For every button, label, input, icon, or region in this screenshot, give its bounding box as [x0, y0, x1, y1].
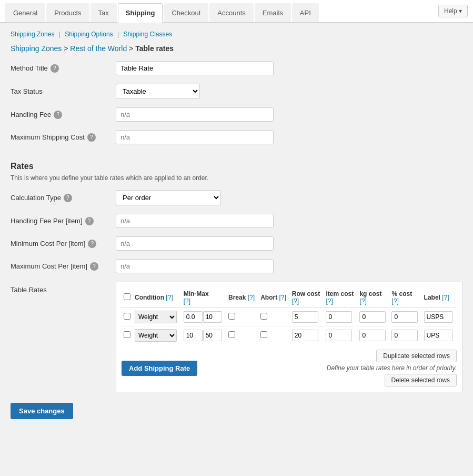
max-shipping-cost-input[interactable]: [116, 130, 274, 144]
rates-description: This is where you define your table rate…: [11, 174, 462, 182]
page-content: Shipping Zones | Shipping Options | Ship…: [0, 23, 473, 427]
select-all-checkbox[interactable]: [124, 293, 130, 300]
row-1-abort[interactable]: [260, 313, 267, 320]
row-2-condition[interactable]: Weight Price Item count: [135, 329, 177, 342]
row-2-item-cost[interactable]: [326, 330, 352, 341]
save-changes-button[interactable]: Save changes: [11, 403, 73, 419]
minmax-help[interactable]: [?]: [184, 298, 190, 305]
handling-fee-per-row: Handling Fee Per [item] ?: [11, 214, 462, 228]
row-cost-help[interactable]: [?]: [292, 298, 299, 305]
pct-cost-help[interactable]: [?]: [391, 298, 398, 305]
rates-heading: Rates: [11, 162, 462, 171]
sub-navigation: Shipping Zones | Shipping Options | Ship…: [11, 31, 462, 38]
delete-rows-button[interactable]: Delete selected rows: [385, 374, 457, 386]
rates-table: Condition [?] Min-Max [?] Break [?] Ab: [122, 287, 457, 344]
shipping-classes-link[interactable]: Shipping Classes: [123, 31, 172, 38]
min-cost-per-input[interactable]: [116, 236, 274, 251]
max-shipping-cost-row: Maximum Shipping Cost ?: [11, 130, 462, 144]
calc-type-label: Calculation Type ?: [11, 194, 116, 202]
max-cost-per-input[interactable]: [116, 259, 274, 273]
row-1-label[interactable]: [424, 311, 453, 323]
row-1-minmax: [184, 311, 224, 323]
abort-help[interactable]: [?]: [279, 294, 286, 301]
row-2-checkbox[interactable]: [124, 331, 130, 338]
row-1-item-cost[interactable]: [326, 311, 352, 323]
row-2-row-cost[interactable]: [292, 330, 318, 341]
max-shipping-cost-help-icon[interactable]: ?: [87, 133, 96, 142]
method-title-input[interactable]: [116, 61, 274, 75]
breadcrumb-zones[interactable]: Shipping Zones: [11, 44, 62, 53]
row-1-kg-cost[interactable]: [359, 311, 386, 323]
handling-fee-per-label: Handling Fee Per [item] ?: [11, 217, 116, 225]
handling-fee-help-icon[interactable]: ?: [54, 111, 62, 119]
tab-api[interactable]: API: [292, 3, 319, 22]
tab-shipping[interactable]: Shipping: [118, 3, 163, 23]
shipping-options-link[interactable]: Shipping Options: [65, 31, 113, 38]
calc-type-select[interactable]: Per order Per item Per line item Per cla…: [116, 190, 221, 205]
handling-fee-per-input[interactable]: [116, 214, 274, 228]
col-item-cost: Item cost [?]: [324, 287, 357, 308]
max-cost-per-help-icon[interactable]: ?: [90, 262, 98, 271]
col-abort: Abort [?]: [258, 287, 290, 308]
tab-emails[interactable]: Emails: [255, 3, 291, 22]
kg-cost-help[interactable]: [?]: [359, 298, 366, 305]
rates-table-container: Condition [?] Min-Max [?] Break [?] Ab: [116, 282, 462, 392]
row-1-max[interactable]: [203, 311, 222, 323]
row-1-checkbox[interactable]: [124, 313, 130, 320]
col-row-cost: Row cost [?]: [290, 287, 324, 308]
col-label: Label [?]: [422, 287, 457, 308]
row-2-abort[interactable]: [260, 331, 267, 338]
handling-fee-row: Handling Fee ?: [11, 107, 462, 122]
tab-products[interactable]: Products: [46, 3, 89, 22]
handling-fee-input[interactable]: [116, 107, 274, 122]
col-minmax: Min-Max [?]: [182, 287, 226, 308]
row-2-break[interactable]: [228, 331, 235, 338]
min-cost-per-row: Minimum Cost Per [item] ?: [11, 236, 462, 251]
item-cost-help[interactable]: [?]: [326, 298, 333, 305]
save-row: Save changes: [11, 403, 462, 419]
nav-tabs: General Products Tax Shipping Checkout A…: [5, 0, 320, 22]
max-cost-per-label: Maximum Cost Per [item] ?: [11, 262, 116, 271]
min-cost-per-help-icon[interactable]: ?: [88, 240, 96, 248]
table-actions: Add Shipping Rate Duplicate selected row…: [122, 350, 457, 386]
row-2-label[interactable]: [424, 330, 453, 341]
max-shipping-cost-label: Maximum Shipping Cost ?: [11, 133, 116, 142]
tab-accounts[interactable]: Accounts: [209, 3, 253, 22]
break-help[interactable]: [?]: [248, 294, 255, 301]
handling-fee-label: Handling Fee ?: [11, 111, 116, 119]
calc-type-row: Calculation Type ? Per order Per item Pe…: [11, 190, 462, 205]
shipping-zones-link[interactable]: Shipping Zones: [11, 31, 54, 38]
tab-checkout[interactable]: Checkout: [164, 3, 208, 22]
label-help[interactable]: [?]: [442, 294, 449, 301]
row-1-row-cost[interactable]: [292, 311, 318, 323]
row-2-kg-cost[interactable]: [359, 330, 386, 341]
tax-status-select[interactable]: Taxable None: [116, 84, 200, 99]
top-navigation: General Products Tax Shipping Checkout A…: [0, 0, 473, 23]
row-1-min[interactable]: [184, 311, 203, 323]
min-cost-per-label: Minimum Cost Per [item] ?: [11, 240, 116, 248]
duplicate-rows-button[interactable]: Duplicate selected rows: [376, 350, 457, 362]
row-2-minmax: [184, 330, 224, 341]
row-1-pct-cost[interactable]: [391, 311, 418, 323]
table-row: Weight Price Item count: [122, 308, 457, 326]
row-2-pct-cost[interactable]: [391, 330, 418, 341]
add-shipping-rate-button[interactable]: Add Shipping Rate: [122, 361, 197, 376]
help-button[interactable]: Help ▾: [438, 5, 468, 17]
method-title-row: Method Title ?: [11, 61, 462, 75]
table-row: Weight Price Item count: [122, 326, 457, 345]
row-2-min[interactable]: [184, 330, 203, 341]
tax-status-row: Tax Status Taxable None: [11, 84, 462, 99]
row-2-max[interactable]: [203, 330, 222, 341]
col-condition: Condition [?]: [133, 287, 182, 308]
tab-tax[interactable]: Tax: [90, 3, 117, 22]
col-pct-cost: % cost [?]: [389, 287, 421, 308]
max-cost-per-row: Maximum Cost Per [item] ?: [11, 259, 462, 273]
row-1-break[interactable]: [228, 313, 235, 320]
calc-type-help-icon[interactable]: ?: [64, 194, 72, 202]
breadcrumb-world[interactable]: Rest of the World: [70, 44, 127, 53]
condition-help[interactable]: [?]: [166, 294, 173, 301]
tab-general[interactable]: General: [5, 3, 45, 22]
handling-fee-per-help-icon[interactable]: ?: [85, 217, 94, 225]
row-1-condition[interactable]: Weight Price Item count: [135, 311, 177, 323]
method-title-help-icon[interactable]: ?: [51, 64, 59, 73]
